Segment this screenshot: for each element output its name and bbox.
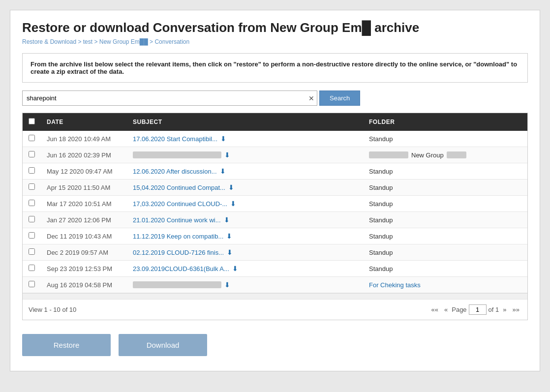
item-download-icon[interactable]: ⬇: [226, 232, 232, 240]
row-folder: Standup: [363, 261, 527, 277]
row-subject: 11.12.2019 Keep on compatib...⬇: [127, 228, 363, 244]
table-header-row: DATE SUBJECT FOLDER: [23, 113, 527, 131]
header-date: DATE: [41, 113, 127, 131]
table-row: Mar 17 2020 10:51 AM17,03.2020 Continued…: [23, 196, 527, 212]
prev-page-btn[interactable]: «: [442, 305, 450, 314]
select-all-checkbox[interactable]: [29, 118, 35, 124]
row-date: Jun 18 2020 10:49 AM: [41, 131, 127, 147]
table-row: Dec 2 2019 09:57 AM02.12.2019 CLOUD-7126…: [23, 244, 527, 261]
subject-text: 11.12.2019 Keep on compatib...: [133, 233, 223, 240]
row-checkbox[interactable]: [29, 167, 35, 174]
header-subject: SUBJECT: [127, 113, 363, 131]
table-row: Aug 16 2019 04:58 PM⬇For Cheking tasks: [23, 277, 527, 293]
info-text: From the archive list below select the r…: [31, 60, 519, 75]
row-checkbox-cell: [23, 196, 41, 212]
row-checkbox[interactable]: [29, 248, 35, 255]
row-subject: 02.12.2019 CLOUD-7126 finis...⬇: [127, 244, 363, 261]
row-date: Mar 17 2020 10:51 AM: [41, 196, 127, 212]
row-folder: Standup: [363, 131, 527, 147]
search-input-wrap: ✕: [22, 90, 317, 106]
subject-text: 23.09.2019CLOUD-6361(Bulk A...: [133, 265, 229, 272]
table-body: Jun 18 2020 10:49 AM17.06.2020 Start Com…: [23, 131, 527, 293]
row-checkbox[interactable]: [29, 265, 35, 271]
row-checkbox-cell: [23, 228, 41, 244]
row-folder: Standup: [363, 244, 527, 261]
folder-text: Standup: [369, 168, 393, 175]
last-page-btn[interactable]: »»: [511, 305, 521, 314]
row-date: Apr 15 2020 11:50 AM: [41, 180, 127, 196]
pagination-row: View 1 - 10 of 10 «« « Page of 1 » »»: [23, 299, 527, 320]
row-folder: For Cheking tasks: [363, 277, 527, 293]
row-date: Dec 11 2019 10:43 AM: [41, 228, 127, 244]
row-checkbox[interactable]: [29, 183, 35, 190]
row-checkbox[interactable]: [29, 232, 35, 239]
item-download-icon[interactable]: ⬇: [220, 135, 226, 143]
row-subject: 17.06.2020 Start Comaptibil...⬇: [127, 131, 363, 147]
row-date: Aug 16 2019 04:58 PM: [41, 277, 127, 293]
item-download-icon[interactable]: ⬇: [227, 248, 233, 256]
row-checkbox-cell: [23, 244, 41, 261]
item-download-icon[interactable]: ⬇: [220, 167, 226, 175]
table-row: Jun 18 2020 10:49 AM17.06.2020 Start Com…: [23, 131, 527, 147]
results-table: DATE SUBJECT FOLDER Jun 18 2020 10:49 AM…: [23, 113, 527, 293]
row-date: Dec 2 2019 09:57 AM: [41, 244, 127, 261]
row-folder: Standup: [363, 228, 527, 244]
subject-text: 15,04.2020 Continued Compat...: [133, 184, 225, 191]
row-checkbox[interactable]: [29, 200, 35, 206]
next-page-btn[interactable]: »: [501, 305, 508, 314]
table-row: Jun 16 2020 02:39 PM⬇ New Group: [23, 147, 527, 163]
row-checkbox-cell: [23, 131, 41, 147]
row-checkbox-cell: [23, 277, 41, 293]
item-download-icon[interactable]: ⬇: [228, 183, 234, 191]
row-checkbox[interactable]: [29, 216, 35, 222]
row-checkbox[interactable]: [29, 281, 35, 287]
restore-button[interactable]: Restore: [22, 334, 111, 356]
header-checkbox-col: [23, 113, 41, 131]
search-input[interactable]: [22, 90, 317, 106]
info-box: From the archive list below select the r…: [22, 53, 528, 83]
page-input[interactable]: [469, 304, 487, 315]
table-row: May 12 2020 09:47 AM12.06.2020 After dis…: [23, 163, 527, 180]
item-download-icon[interactable]: ⬇: [224, 151, 230, 159]
header-folder: FOLDER: [363, 113, 527, 131]
row-folder: Standup: [363, 163, 527, 180]
row-subject: ⬇: [127, 147, 363, 163]
search-button[interactable]: Search: [319, 90, 360, 106]
download-button[interactable]: Download: [119, 334, 207, 356]
table-row: Sep 23 2019 12:53 PM23.09.2019CLOUD-6361…: [23, 261, 527, 277]
actions-row: Restore Download: [22, 334, 528, 356]
row-date: May 12 2020 09:47 AM: [41, 163, 127, 180]
pagination-controls: «« « Page of 1 » »»: [429, 304, 521, 315]
page-container: Restore or download Conversation from Ne…: [10, 10, 540, 371]
item-download-icon[interactable]: ⬇: [224, 281, 230, 289]
item-download-icon[interactable]: ⬇: [230, 200, 236, 208]
folder-text: Standup: [369, 135, 393, 143]
folder-text: Standup: [369, 200, 393, 208]
clear-button[interactable]: ✕: [308, 95, 314, 102]
item-download-icon[interactable]: ⬇: [232, 265, 238, 272]
row-date: Jan 27 2020 12:06 PM: [41, 212, 127, 228]
row-checkbox[interactable]: [29, 135, 35, 141]
table-row: Apr 15 2020 11:50 AM15,04.2020 Continued…: [23, 180, 527, 196]
subject-text: 21.01.2020 Continue work wi...: [133, 216, 221, 224]
row-date: Jun 16 2020 02:39 PM: [41, 147, 127, 163]
folder-blurred-2: [447, 151, 466, 158]
total-pages: of 1: [489, 306, 499, 313]
view-count: View 1 - 10 of 10: [29, 306, 76, 313]
breadcrumb: Restore & Download > test > New Group Em…: [22, 38, 528, 45]
row-folder: New Group: [363, 147, 527, 163]
subject-text: 02.12.2019 CLOUD-7126 finis...: [133, 249, 224, 256]
item-download-icon[interactable]: ⬇: [224, 216, 230, 224]
table-row: Jan 27 2020 12:06 PM21.01.2020 Continue …: [23, 212, 527, 228]
folder-blurred: [369, 151, 408, 158]
row-folder: Standup: [363, 212, 527, 228]
row-date: Sep 23 2019 12:53 PM: [41, 261, 127, 277]
row-subject: 15,04.2020 Continued Compat...⬇: [127, 180, 363, 196]
row-checkbox[interactable]: [29, 151, 35, 157]
folder-text: For Cheking tasks: [369, 281, 421, 289]
row-checkbox-cell: [23, 147, 41, 163]
first-page-btn[interactable]: ««: [429, 305, 440, 314]
row-checkbox-cell: [23, 163, 41, 180]
folder-text: Standup: [369, 265, 393, 272]
horizontal-scrollbar[interactable]: [23, 293, 527, 299]
